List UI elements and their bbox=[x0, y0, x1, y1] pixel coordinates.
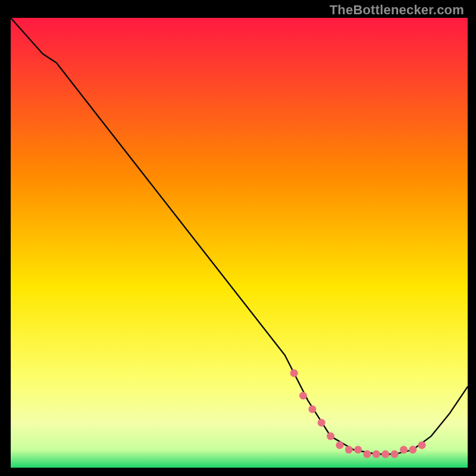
curve-marker bbox=[364, 450, 371, 458]
curve-marker bbox=[400, 446, 408, 453]
chart-stage: TheBottlenecker.com bbox=[0, 0, 476, 476]
curve-marker bbox=[418, 441, 426, 449]
curve-marker bbox=[299, 392, 307, 400]
curve-marker bbox=[336, 441, 344, 449]
curve-marker bbox=[345, 446, 353, 453]
curve-marker bbox=[372, 450, 380, 458]
curve-marker bbox=[409, 446, 416, 453]
plot-background bbox=[11, 18, 468, 468]
bottleneck-chart bbox=[0, 0, 476, 476]
curve-marker bbox=[391, 450, 399, 458]
curve-marker bbox=[354, 446, 362, 453]
curve-marker bbox=[308, 405, 316, 413]
curve-marker bbox=[327, 433, 334, 440]
curve-marker bbox=[290, 369, 298, 377]
curve-marker bbox=[318, 419, 325, 427]
curve-marker bbox=[381, 450, 389, 458]
